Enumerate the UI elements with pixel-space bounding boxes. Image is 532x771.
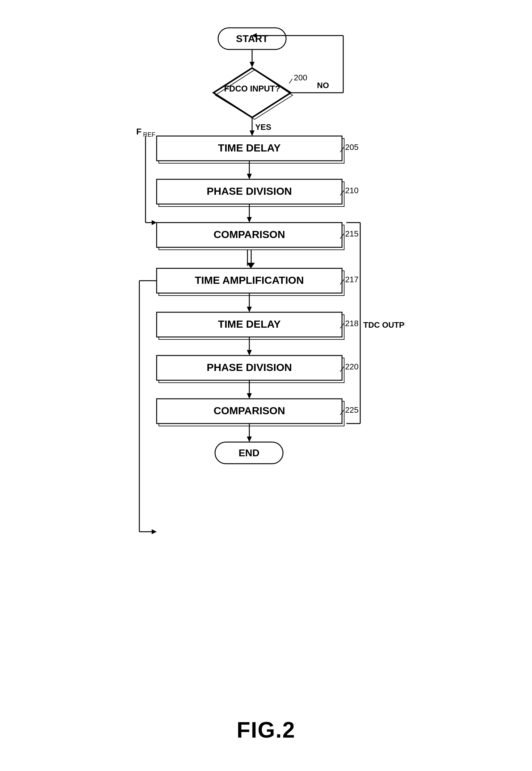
fdco-label: FDCO INPUT? (224, 84, 280, 93)
start-label: START (236, 33, 268, 44)
box-225-label: COMPARISON (213, 405, 285, 417)
diagram-container: START FDCO INPUT? 200 YES (127, 19, 405, 699)
svg-marker-22 (152, 220, 157, 225)
svg-marker-7 (250, 130, 255, 136)
svg-marker-44 (247, 350, 252, 355)
svg-marker-16 (247, 174, 252, 179)
box-220-label: PHASE DIVISION (207, 361, 292, 373)
flowchart-svg: START FDCO INPUT? 200 YES (127, 19, 405, 699)
svg-line-5 (289, 79, 292, 83)
svg-marker-2 (250, 62, 255, 67)
step-205: 205 (345, 142, 358, 152)
box-215-label: COMPARISON (213, 228, 285, 240)
end-label: END (239, 447, 260, 459)
box-218-label: TIME DELAY (218, 318, 281, 330)
yes-label: YES (255, 122, 271, 132)
figure-label: FIG.2 (237, 717, 295, 743)
svg-marker-24 (247, 217, 252, 222)
step-215: 215 (345, 229, 358, 238)
svg-marker-30 (247, 263, 255, 268)
svg-marker-49 (247, 393, 252, 399)
box-217-label: TIME AMPLIFICATION (195, 274, 304, 286)
step-200: 200 (294, 73, 307, 82)
page: START FDCO INPUT? 200 YES (0, 0, 532, 771)
step-220: 220 (345, 362, 358, 371)
box-205-label: TIME DELAY (218, 142, 281, 154)
svg-marker-57 (247, 437, 252, 442)
box-210-label: PHASE DIVISION (207, 185, 292, 197)
svg-marker-39 (247, 307, 252, 312)
step-217: 217 (345, 275, 358, 284)
step-210: 210 (345, 186, 358, 195)
no-label: NO (317, 81, 329, 90)
svg-marker-37 (152, 529, 157, 534)
step-218: 218 (345, 319, 358, 328)
fref-sub: REF (143, 131, 155, 138)
fref-label: F (136, 127, 141, 136)
tdc-output-label: TDC OUTPUT (363, 320, 405, 329)
step-225: 225 (345, 405, 358, 415)
